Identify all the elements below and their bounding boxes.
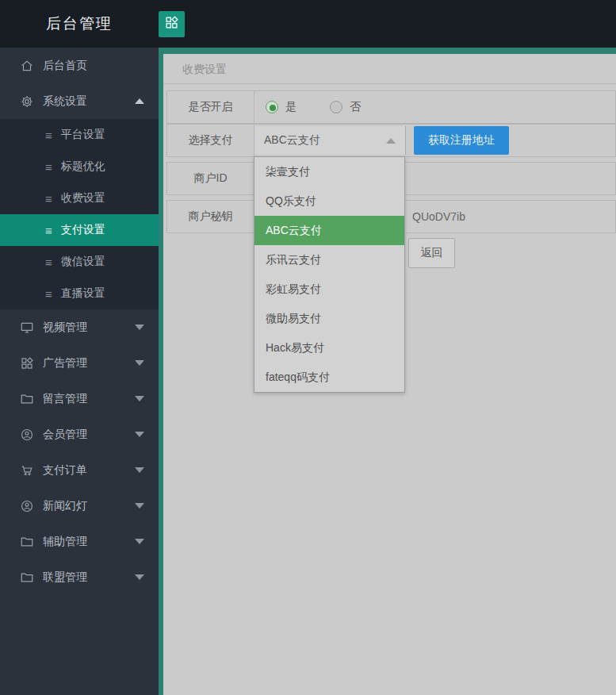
sidebar-item-video-management[interactable]: 视频管理 bbox=[0, 309, 159, 345]
sidebar: 后台首页 系统设置 ≡ 平台设置 bbox=[0, 48, 159, 695]
sidebar-item-message-management[interactable]: 留言管理 bbox=[0, 381, 159, 417]
monitor-icon bbox=[20, 321, 34, 335]
grid-icon bbox=[20, 356, 34, 371]
radio-no-label: 否 bbox=[350, 100, 361, 114]
payment-select-value: ABC云支付 bbox=[264, 133, 320, 148]
sidebar-item-label: 微信设置 bbox=[61, 255, 105, 269]
radio-yes-label: 是 bbox=[285, 100, 297, 114]
folder-icon bbox=[20, 535, 34, 549]
sidebar-item-platform-settings[interactable]: ≡ 平台设置 bbox=[0, 119, 159, 151]
dropdown-option[interactable]: 微助易支付 bbox=[254, 304, 404, 333]
gear-icon bbox=[20, 94, 34, 109]
chevron-down-icon bbox=[135, 574, 144, 580]
get-register-url-button[interactable]: 获取注册地址 bbox=[414, 126, 509, 155]
payment-select-dropdown: 柒壹支付 QQ乐支付 ABC云支付 乐讯云支付 彩虹易支付 微助易支付 Hack… bbox=[254, 156, 405, 393]
list-icon: ≡ bbox=[45, 255, 52, 269]
cart-icon bbox=[20, 463, 34, 478]
pay-select-label: 选择支付 bbox=[167, 125, 254, 156]
user-circle-icon bbox=[20, 499, 34, 513]
sidebar-item-label: 视频管理 bbox=[43, 321, 135, 335]
sidebar-item-wechat-settings[interactable]: ≡ 微信设置 bbox=[0, 246, 159, 278]
chevron-down-icon bbox=[135, 360, 144, 366]
payment-select[interactable]: ABC云支付 bbox=[254, 126, 406, 155]
sidebar-item-label: 收费设置 bbox=[61, 191, 105, 205]
chevron-down-icon bbox=[135, 467, 144, 473]
merchant-id-label: 商户ID bbox=[167, 163, 254, 194]
sidebar-item-payment-orders[interactable]: 支付订单 bbox=[0, 452, 159, 488]
dropdown-option[interactable]: QQ乐支付 bbox=[254, 186, 404, 216]
sidebar-item-label: 后台首页 bbox=[43, 59, 144, 73]
folder-icon bbox=[20, 392, 34, 406]
system-settings-submenu: ≡ 平台设置 ≡ 标题优化 ≡ 收费设置 ≡ 支付设置 ≡ 微信设置 bbox=[0, 119, 159, 309]
merchant-key-label: 商户秘钥 bbox=[167, 201, 254, 232]
sidebar-item-news-slides[interactable]: 新闻幻灯 bbox=[0, 488, 159, 524]
dropdown-option[interactable]: 彩虹易支付 bbox=[254, 275, 404, 304]
app-grid-button[interactable] bbox=[159, 11, 185, 37]
sidebar-item-label: 直播设置 bbox=[61, 286, 105, 301]
list-icon: ≡ bbox=[45, 129, 52, 142]
app-title: 后台管理 bbox=[0, 13, 159, 34]
sidebar-item-ad-management[interactable]: 广告管理 bbox=[0, 345, 159, 381]
chevron-down-icon bbox=[135, 396, 144, 401]
sidebar-item-label: 广告管理 bbox=[43, 356, 135, 371]
page-title: 收费设置 bbox=[163, 54, 616, 84]
sidebar-item-fee-settings[interactable]: ≡ 收费设置 bbox=[0, 182, 159, 214]
form-row-pay-select: 选择支付 ABC云支付 获取注册地址 bbox=[166, 124, 616, 157]
dropdown-option[interactable]: 柒壹支付 bbox=[254, 157, 404, 186]
chevron-up-icon bbox=[386, 138, 396, 144]
back-button[interactable]: 返回 bbox=[408, 238, 455, 268]
sidebar-item-title-seo[interactable]: ≡ 标题优化 bbox=[0, 151, 159, 182]
sidebar-item-label: 标题优化 bbox=[61, 159, 105, 174]
radio-selected-icon bbox=[266, 101, 278, 113]
sidebar-item-alliance-management[interactable]: 联盟管理 bbox=[0, 559, 159, 595]
sidebar-item-label: 平台设置 bbox=[61, 128, 105, 142]
dropdown-option[interactable]: Hack易支付 bbox=[254, 333, 404, 363]
chevron-down-icon bbox=[135, 503, 144, 509]
list-icon: ≡ bbox=[45, 287, 52, 301]
sidebar-item-payment-settings[interactable]: ≡ 支付设置 bbox=[0, 214, 159, 246]
list-icon: ≡ bbox=[45, 160, 52, 174]
list-icon: ≡ bbox=[45, 224, 52, 237]
radio-no[interactable]: 否 bbox=[330, 100, 361, 114]
sidebar-item-label: 新闻幻灯 bbox=[43, 499, 135, 513]
enable-label: 是否开启 bbox=[167, 91, 254, 123]
list-icon: ≡ bbox=[45, 192, 52, 205]
main-content: 收费设置 是否开启 是 否 bbox=[159, 48, 616, 695]
user-circle-icon bbox=[20, 428, 34, 442]
admin-app: 后台管理 后台首页 bbox=[0, 0, 616, 695]
chevron-down-icon bbox=[135, 432, 144, 437]
chevron-down-icon bbox=[135, 324, 144, 330]
sidebar-item-home[interactable]: 后台首页 bbox=[0, 48, 159, 83]
radio-unselected-icon bbox=[330, 101, 342, 113]
chevron-down-icon bbox=[135, 539, 144, 544]
sidebar-item-label: 留言管理 bbox=[43, 392, 135, 406]
sidebar-item-label: 会员管理 bbox=[43, 428, 135, 442]
form-row-enable: 是否开启 是 否 bbox=[166, 90, 616, 124]
sidebar-item-label: 联盟管理 bbox=[43, 570, 135, 585]
sidebar-item-label: 支付设置 bbox=[61, 223, 105, 237]
radio-yes[interactable]: 是 bbox=[266, 100, 297, 114]
chevron-up-icon bbox=[135, 98, 144, 104]
sidebar-item-auxiliary-management[interactable]: 辅助管理 bbox=[0, 524, 159, 559]
app-grid-icon bbox=[164, 15, 179, 33]
home-icon bbox=[20, 59, 34, 73]
sidebar-item-label: 辅助管理 bbox=[43, 535, 135, 549]
folder-icon bbox=[20, 570, 34, 585]
sidebar-item-label: 系统设置 bbox=[43, 94, 135, 109]
sidebar-item-member-management[interactable]: 会员管理 bbox=[0, 417, 159, 452]
dropdown-option[interactable]: 乐讯云支付 bbox=[254, 245, 404, 275]
top-header: 后台管理 bbox=[0, 0, 616, 48]
dropdown-option-selected[interactable]: ABC云支付 bbox=[254, 216, 404, 245]
dropdown-option[interactable]: fateqq码支付 bbox=[254, 363, 404, 392]
sidebar-item-label: 支付订单 bbox=[43, 463, 135, 478]
sidebar-item-system-settings[interactable]: 系统设置 bbox=[0, 83, 159, 119]
sidebar-item-live-settings[interactable]: ≡ 直播设置 bbox=[0, 278, 159, 309]
